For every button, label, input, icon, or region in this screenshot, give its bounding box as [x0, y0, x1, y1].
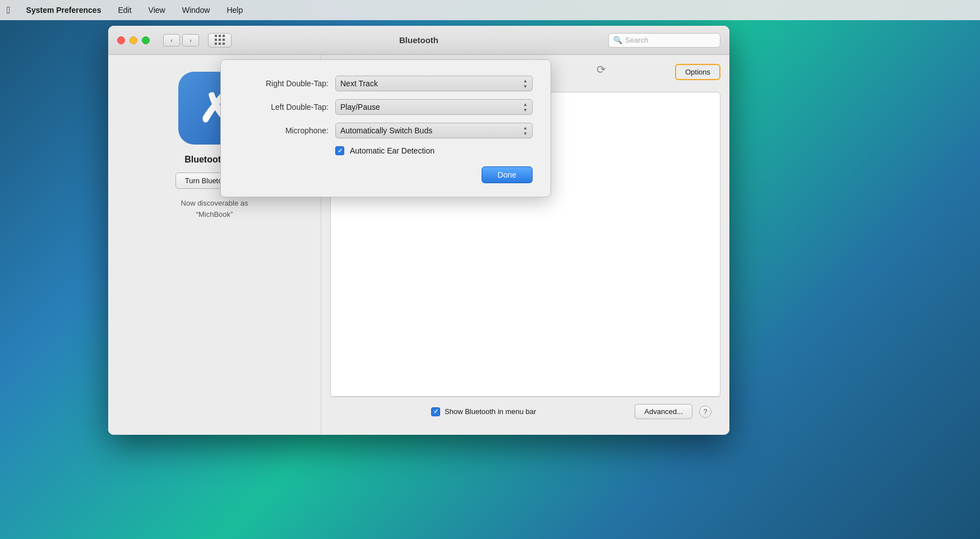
apple-menu-icon[interactable]:  — [7, 4, 11, 16]
select-arrows-mic-icon: ▲ ▼ — [523, 126, 528, 136]
window-title: Bluetooth — [399, 35, 438, 45]
microphone-label: Microphone: — [239, 126, 329, 135]
show-bluetooth-checkbox-area: Show Bluetooth in menu bar — [339, 407, 628, 416]
show-bluetooth-checkbox[interactable] — [431, 407, 440, 416]
right-double-tap-row: Right Double-Tap: Next Track ▲ ▼ — [239, 76, 533, 91]
left-double-tap-label: Left Double-Tap: — [239, 103, 329, 111]
right-double-tap-value: Next Track — [340, 79, 378, 88]
auto-ear-detection-label: Automatic Ear Detection — [350, 146, 434, 155]
microphone-row: Microphone: Automatically Switch Buds ▲ … — [239, 123, 533, 138]
menu-window[interactable]: Window — [179, 4, 214, 16]
forward-button[interactable]: › — [182, 34, 199, 47]
menu-view[interactable]: View — [145, 4, 169, 16]
search-placeholder: Search — [625, 36, 648, 44]
menu-app-name[interactable]: System Preferences — [23, 4, 105, 16]
grid-view-button[interactable] — [208, 33, 232, 48]
right-double-tap-select[interactable]: Next Track ▲ ▼ — [335, 76, 533, 91]
help-button[interactable]: ? — [699, 406, 711, 418]
select-arrows-left-icon: ▲ ▼ — [523, 102, 528, 113]
left-double-tap-select[interactable]: Play/Pause ▲ ▼ — [335, 99, 533, 115]
discoverable-line2: “MichBook” — [196, 210, 233, 219]
grid-icon — [215, 35, 225, 45]
minimize-button[interactable] — [130, 36, 137, 44]
menu-bar:  System Preferences Edit View Window He… — [0, 0, 980, 20]
show-bluetooth-label: Show Bluetooth in menu bar — [445, 407, 536, 416]
right-double-tap-label: Right Double-Tap: — [239, 79, 329, 88]
auto-ear-detection-row: Automatic Ear Detection — [335, 146, 533, 155]
advanced-button[interactable]: Advanced... — [635, 404, 692, 419]
left-double-tap-value: Play/Pause — [340, 103, 380, 111]
select-arrows-icon: ▲ ▼ — [523, 78, 528, 89]
left-double-tap-row: Left Double-Tap: Play/Pause ▲ ▼ — [239, 99, 533, 115]
title-bar: ‹ › Bluetooth 🔍 Search — [108, 26, 729, 55]
options-popover: Right Double-Tap: Next Track ▲ ▼ Left Do… — [220, 59, 551, 197]
microphone-select[interactable]: Automatically Switch Buds ▲ ▼ — [335, 123, 533, 138]
search-icon: 🔍 — [613, 36, 622, 44]
discoverable-line1: Now discoverable as — [181, 199, 248, 207]
microphone-value: Automatically Switch Buds — [340, 126, 432, 135]
back-button[interactable]: ‹ — [163, 34, 180, 47]
bottom-bar: Show Bluetooth in menu bar Advanced... ? — [330, 397, 720, 426]
menu-edit[interactable]: Edit — [114, 4, 135, 16]
auto-ear-detection-checkbox[interactable] — [335, 146, 344, 155]
main-window: ‹ › Bluetooth 🔍 Search ✗ Bluetooth: — [108, 26, 729, 435]
options-button[interactable]: Options — [675, 64, 720, 80]
title-bar-left: ‹ › — [117, 33, 232, 48]
done-button[interactable]: Done — [482, 166, 533, 183]
menu-help[interactable]: Help — [223, 4, 246, 16]
bluetooth-discoverable-text: Now discoverable as “MichBook” — [181, 198, 248, 220]
loading-spinner: ⟳ — [597, 63, 606, 76]
maximize-button[interactable] — [142, 36, 150, 44]
nav-buttons: ‹ › — [163, 34, 199, 47]
popover-done-row: Done — [239, 166, 533, 183]
search-bar[interactable]: 🔍 Search — [608, 33, 720, 48]
close-button[interactable] — [117, 36, 125, 44]
